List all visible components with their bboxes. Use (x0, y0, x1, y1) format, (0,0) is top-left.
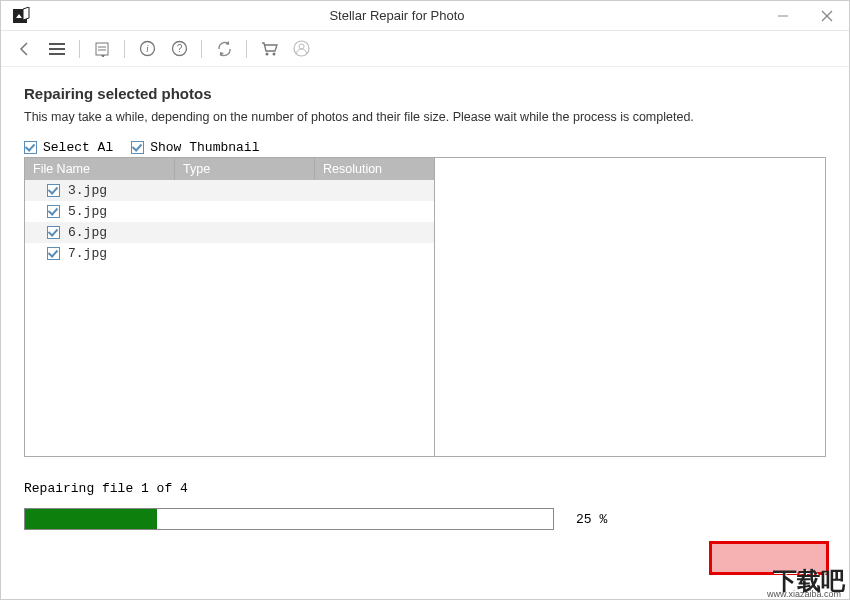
toolbar: i ? (1, 31, 849, 67)
table-body: 3.jpg5.jpg6.jpg7.jpg (25, 180, 434, 456)
row-checkbox[interactable] (47, 247, 60, 260)
row-checkbox[interactable] (47, 226, 60, 239)
progress-row: 25 % (24, 508, 826, 530)
col-type[interactable]: Type (175, 158, 315, 180)
progress-bar (24, 508, 554, 530)
panels: File Name Type Resolution 3.jpg5.jpg6.jp… (24, 157, 826, 457)
progress-percent: 25 % (576, 512, 607, 527)
table-header: File Name Type Resolution (25, 158, 434, 180)
table-row[interactable]: 7.jpg (25, 243, 434, 264)
help-icon[interactable]: ? (167, 37, 191, 61)
svg-rect-9 (96, 43, 108, 55)
file-name-cell: 6.jpg (68, 225, 107, 240)
col-resolution[interactable]: Resolution (315, 158, 434, 180)
svg-marker-1 (23, 7, 29, 20)
window-title: Stellar Repair for Photo (33, 8, 761, 23)
back-button[interactable] (13, 37, 37, 61)
checkbox-icon (131, 141, 144, 154)
titlebar: Stellar Repair for Photo (1, 1, 849, 31)
separator (79, 40, 80, 58)
svg-point-21 (299, 44, 304, 49)
select-all-checkbox[interactable]: Select Al (24, 140, 113, 155)
svg-text:i: i (146, 43, 149, 54)
separator (201, 40, 202, 58)
row-checkbox[interactable] (47, 205, 60, 218)
separator (246, 40, 247, 58)
user-icon[interactable] (289, 37, 313, 61)
list-settings-icon[interactable] (90, 37, 114, 61)
progress-fill (25, 509, 157, 529)
stop-button[interactable] (709, 541, 829, 575)
cart-icon[interactable] (257, 37, 281, 61)
refresh-icon[interactable] (212, 37, 236, 61)
close-button[interactable] (805, 1, 849, 31)
separator (124, 40, 125, 58)
file-name-cell: 5.jpg (68, 204, 107, 219)
select-all-label: Select Al (43, 140, 113, 155)
file-name-cell: 3.jpg (68, 183, 107, 198)
page-heading: Repairing selected photos (24, 85, 826, 102)
menu-button[interactable] (45, 37, 69, 61)
page-subheading: This may take a while, depending on the … (24, 110, 826, 124)
table-row[interactable]: 6.jpg (25, 222, 434, 243)
info-icon[interactable]: i (135, 37, 159, 61)
svg-point-18 (266, 53, 269, 56)
options-row: Select Al Show Thumbnail (24, 140, 826, 155)
file-list-panel: File Name Type Resolution 3.jpg5.jpg6.jp… (25, 158, 435, 456)
file-name-cell: 7.jpg (68, 246, 107, 261)
minimize-button[interactable] (761, 1, 805, 31)
col-file-name[interactable]: File Name (25, 158, 175, 180)
show-thumbnail-label: Show Thumbnail (150, 140, 259, 155)
checkbox-icon (24, 141, 37, 154)
preview-panel (435, 158, 825, 456)
show-thumbnail-checkbox[interactable]: Show Thumbnail (131, 140, 259, 155)
table-row[interactable]: 3.jpg (25, 180, 434, 201)
svg-text:?: ? (176, 43, 182, 54)
status-text: Repairing file 1 of 4 (24, 481, 826, 496)
row-checkbox[interactable] (47, 184, 60, 197)
watermark-url: www.xiazaiba.com (767, 589, 841, 599)
svg-point-19 (273, 53, 276, 56)
main-content: Repairing selected photos This may take … (1, 67, 849, 467)
status-area: Repairing file 1 of 4 25 % (1, 467, 849, 530)
table-row[interactable]: 5.jpg (25, 201, 434, 222)
app-logo-icon (13, 7, 33, 25)
